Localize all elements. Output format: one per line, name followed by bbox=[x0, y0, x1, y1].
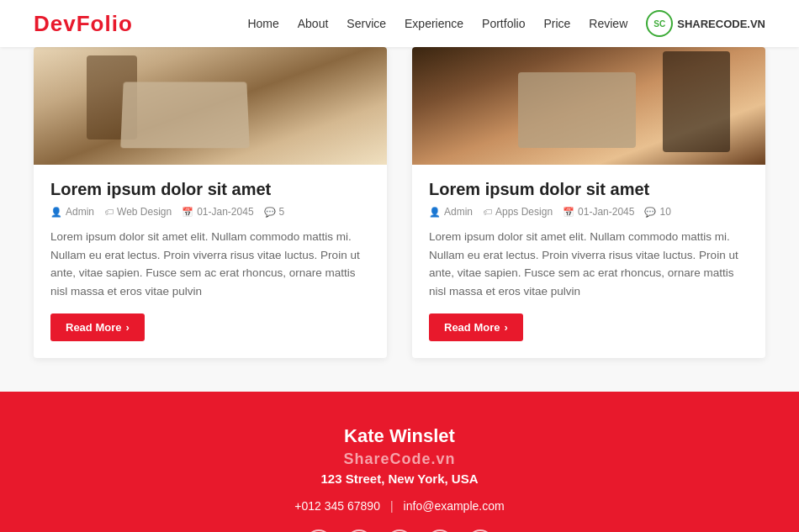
tag-icon-1: 🏷 bbox=[104, 207, 114, 217]
meta-author-2: 👤 Admin bbox=[429, 206, 473, 218]
laptop-figure-1 bbox=[120, 82, 250, 148]
read-more-arrow-1: › bbox=[125, 321, 129, 334]
read-more-label-2: Read More bbox=[444, 321, 500, 334]
card-image-2 bbox=[412, 47, 765, 165]
site-logo[interactable]: DevFolio bbox=[34, 11, 133, 37]
comment-icon-1: 💬 bbox=[264, 207, 276, 218]
nav-review[interactable]: Review bbox=[589, 17, 627, 30]
user-icon-1: 👤 bbox=[50, 207, 62, 218]
site-footer: Kate Winslet ShareCode.vn 123 Street, Ne… bbox=[0, 392, 799, 532]
read-more-button-1[interactable]: Read More › bbox=[50, 313, 145, 341]
tag-icon-2: 🏷 bbox=[483, 207, 492, 217]
card-meta-1: 👤 Admin 🏷 Web Design 📅 01-Jan-2045 💬 5 bbox=[50, 206, 370, 218]
footer-divider: | bbox=[390, 499, 394, 513]
author-label-2: Admin bbox=[444, 206, 473, 218]
blog-card-1: Lorem ipsum dolor sit amet 👤 Admin 🏷 Web… bbox=[34, 47, 387, 358]
meta-author-1: 👤 Admin bbox=[50, 206, 94, 218]
footer-contact: +012 345 67890 | info@example.com bbox=[17, 499, 782, 513]
sharecode-icon: SC bbox=[646, 10, 673, 37]
main-content: Lorem ipsum dolor sit amet 👤 Admin 🏷 Web… bbox=[0, 47, 799, 392]
calendar-icon-1: 📅 bbox=[182, 207, 193, 218]
category-label-1: Web Design bbox=[117, 206, 172, 218]
sharecode-badge: SC SHARECODE.VN bbox=[646, 10, 765, 37]
date-label-1: 01-Jan-2045 bbox=[197, 206, 253, 218]
card-title-2: Lorem ipsum dolor sit amet bbox=[429, 180, 749, 199]
meta-comments-2: 💬 10 bbox=[644, 206, 670, 218]
footer-name: Kate Winslet bbox=[17, 425, 782, 447]
calendar-icon-2: 📅 bbox=[563, 207, 574, 218]
card-text-1: Lorem ipsum dolor sit amet elit. Nullam … bbox=[50, 228, 370, 300]
person-figure-2 bbox=[663, 51, 730, 152]
site-header: DevFolio Home About Service Experience P… bbox=[0, 0, 799, 47]
nav-service[interactable]: Service bbox=[347, 17, 386, 30]
card-title-1: Lorem ipsum dolor sit amet bbox=[50, 180, 370, 199]
author-label-1: Admin bbox=[66, 206, 94, 218]
meta-date-2: 📅 01-Jan-2045 bbox=[563, 206, 634, 218]
meta-category-1: 🏷 Web Design bbox=[104, 206, 172, 218]
date-label-2: 01-Jan-2045 bbox=[578, 206, 634, 218]
category-label-2: Apps Design bbox=[495, 206, 553, 218]
card-body-2: Lorem ipsum dolor sit amet 👤 Admin 🏷 App… bbox=[412, 165, 765, 358]
footer-watermark: ShareCode.vn bbox=[17, 450, 782, 468]
main-nav: Home About Service Experience Portfolio … bbox=[247, 10, 765, 37]
nav-home[interactable]: Home bbox=[247, 17, 278, 30]
read-more-arrow-2: › bbox=[504, 321, 507, 334]
comments-label-2: 10 bbox=[659, 206, 670, 218]
card-text-2: Lorem ipsum dolor sit amet elit. Nullam … bbox=[429, 228, 749, 300]
nav-about[interactable]: About bbox=[298, 17, 329, 30]
card-image-1 bbox=[34, 47, 387, 165]
blog-card-2: Lorem ipsum dolor sit amet 👤 Admin 🏷 App… bbox=[412, 47, 765, 358]
comments-label-1: 5 bbox=[279, 206, 285, 218]
read-more-button-2[interactable]: Read More › bbox=[429, 313, 523, 341]
card-body-1: Lorem ipsum dolor sit amet 👤 Admin 🏷 Web… bbox=[34, 165, 387, 358]
footer-address: 123 Street, New York, USA bbox=[17, 471, 782, 486]
laptop-figure-2 bbox=[518, 72, 636, 148]
comment-icon-2: 💬 bbox=[644, 207, 656, 218]
cards-grid: Lorem ipsum dolor sit amet 👤 Admin 🏷 Web… bbox=[34, 47, 765, 358]
nav-experience[interactable]: Experience bbox=[405, 17, 463, 30]
nav-portfolio[interactable]: Portfolio bbox=[482, 17, 525, 30]
read-more-label-1: Read More bbox=[66, 321, 121, 334]
meta-category-2: 🏷 Apps Design bbox=[483, 206, 553, 218]
sharecode-label: SHARECODE.VN bbox=[677, 18, 765, 30]
card-meta-2: 👤 Admin 🏷 Apps Design 📅 01-Jan-2045 💬 10 bbox=[429, 206, 749, 218]
meta-comments-1: 💬 5 bbox=[264, 206, 285, 218]
nav-price[interactable]: Price bbox=[543, 17, 570, 30]
meta-date-1: 📅 01-Jan-2045 bbox=[182, 206, 253, 218]
footer-email[interactable]: info@example.com bbox=[404, 499, 505, 513]
user-icon-2: 👤 bbox=[429, 207, 441, 218]
footer-phone: +012 345 67890 bbox=[294, 499, 380, 513]
